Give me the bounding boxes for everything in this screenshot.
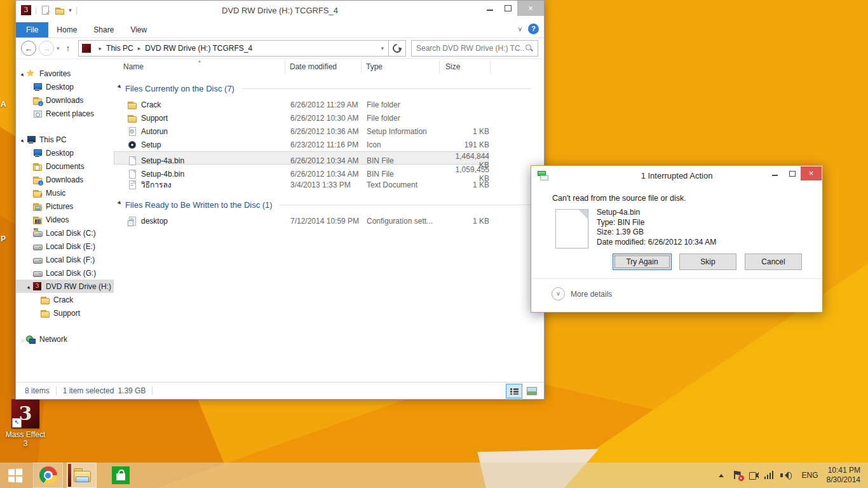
sidebar-item-crack[interactable]: Crack	[16, 293, 114, 306]
sidebar-item-support[interactable]: Support	[16, 306, 114, 320]
breadcrumb-current[interactable]: DVD RW Drive (H:) TCGRFS_4	[145, 44, 252, 53]
sidebar-item-network[interactable]: Network	[16, 332, 114, 346]
file-date-modified: 6/26/2012 10:34 AM	[290, 170, 367, 179]
column-header-size[interactable]: Size	[445, 62, 460, 71]
sidebar-item-music[interactable]: Music	[16, 186, 114, 200]
address-bar[interactable]: ▸ This PC ▸ DVD RW Drive (H:) TCGRFS_4 ▾	[78, 40, 389, 57]
desktop-shortcut-mass-effect-3[interactable]: 3 ↖ Mass Effect 3	[3, 399, 48, 448]
monitor-icon	[32, 82, 43, 92]
dialog-maximize-button[interactable]	[783, 166, 801, 180]
sidebar-item-local-disk-e[interactable]: Local Disk (E:)	[16, 240, 114, 253]
taskbar-file-explorer[interactable]	[67, 463, 97, 488]
language-indicator[interactable]: ENG	[802, 471, 818, 480]
taskbar-store[interactable]	[105, 463, 135, 488]
dialog-close-button[interactable]: ×	[801, 166, 822, 180]
file-size: 1 KB	[446, 180, 489, 189]
expand-ribbon-chevron-icon[interactable]: ∨	[518, 25, 522, 32]
sidebar-item-downloads[interactable]: Downloads	[16, 93, 114, 107]
sidebar-item-desktop[interactable]: Desktop	[16, 146, 114, 159]
sidebar-item-label: Favorites	[39, 69, 71, 78]
sidebar-item-label: Videos	[46, 215, 69, 224]
file-row-crack[interactable]: Crack6/26/2012 11:29 AMFile folder	[114, 98, 489, 111]
address-dropdown-chevron-icon[interactable]: ▾	[381, 45, 384, 51]
sidebar-item-pictures[interactable]: Pictures	[16, 200, 114, 213]
expander-icon[interactable]	[20, 69, 26, 78]
new-folder-icon[interactable]	[55, 5, 65, 15]
tab-view[interactable]: View	[122, 22, 155, 37]
sidebar-item-videos[interactable]: Videos	[16, 213, 114, 226]
navigation-toolbar: ← → ▾ ↑ ▸ This PC ▸ DVD RW Drive (H:) TC…	[16, 38, 544, 59]
dialog-minimize-button[interactable]	[766, 166, 783, 180]
sidebar-item-local-disk-c[interactable]: Local Disk (C:)	[16, 226, 114, 240]
tab-file[interactable]: File	[16, 22, 48, 37]
forward-button[interactable]: →	[39, 41, 54, 56]
minimize-button[interactable]	[480, 1, 499, 16]
file-date-modified: 6/26/2012 11:29 AM	[290, 100, 367, 109]
tab-home[interactable]: Home	[48, 22, 85, 37]
status-bar: 8 items 1 item selected 1.39 GB	[16, 382, 544, 399]
group-collapse-triangle-icon[interactable]: ▶	[117, 200, 126, 209]
sidebar-item-local-disk-f[interactable]: Local Disk (F:)	[16, 253, 114, 266]
file-row-setup[interactable]: Setup6/23/2012 11:16 PMIcon191 KB	[114, 138, 489, 151]
file-row-support[interactable]: Support6/26/2012 10:30 AMFile folder	[114, 111, 489, 125]
network-signal-icon[interactable]	[764, 470, 775, 480]
volume-icon[interactable]	[780, 470, 793, 480]
close-button[interactable]: ×	[517, 1, 544, 16]
expander-icon[interactable]	[20, 135, 26, 144]
file-row-desktop[interactable]: desktop7/12/2014 10:59 PMConfiguration s…	[114, 214, 489, 227]
file-type: Configuration sett...	[367, 217, 446, 226]
file-row-setup-4a-bin[interactable]: Setup-4a.bin6/26/2012 10:34 AMBIN File1,…	[114, 151, 489, 165]
breadcrumb-this-pc[interactable]: This PC	[106, 44, 133, 53]
sidebar-item-recent-places[interactable]: Recent places	[16, 107, 114, 120]
column-header-date-modified[interactable]: Date modified	[290, 62, 337, 71]
search-box[interactable]: Search DVD RW Drive (H:) TC...	[411, 40, 538, 57]
help-icon[interactable]: ?	[528, 24, 539, 34]
show-hidden-icons-chevron-icon[interactable]	[719, 474, 724, 477]
file-row-item[interactable]: วิธีการลง3/4/2013 1:33 PMText Document1 …	[114, 178, 489, 191]
sidebar-item-favorites[interactable]: Favorites	[16, 67, 114, 80]
up-button[interactable]: ↑	[66, 43, 71, 53]
sidebar-item-this-pc[interactable]: This PC	[16, 133, 114, 146]
cancel-button[interactable]: Cancel	[745, 254, 802, 270]
details-view-button[interactable]	[506, 384, 522, 398]
power-icon[interactable]	[749, 470, 759, 480]
properties-icon[interactable]	[41, 5, 51, 15]
maximize-button[interactable]	[499, 1, 517, 16]
clock[interactable]: 10:41 PM 8/30/2014	[827, 466, 860, 485]
try-again-button[interactable]: Try Again	[613, 254, 672, 270]
customize-qat-chevron-icon[interactable]: ▾	[69, 5, 72, 15]
sidebar-item-local-disk-g[interactable]: Local Disk (G:)	[16, 266, 114, 280]
sidebar-item-dvd-rw-drive-h-t[interactable]: DVD RW Drive (H:) T	[16, 280, 114, 293]
column-header-type[interactable]: Type	[366, 62, 383, 71]
more-details-toggle[interactable]: ∨ More details	[552, 287, 612, 301]
thumbnail-view-button[interactable]	[524, 384, 540, 398]
window-body: FavoritesDesktopDownloadsRecent placesTh…	[16, 59, 544, 383]
file-row-setup-4b-bin[interactable]: Setup-4b.bin6/26/2012 10:34 AMBIN File1,…	[114, 165, 489, 178]
quick-access-toolbar: | ▾ |	[21, 5, 78, 15]
skip-button[interactable]: Skip	[679, 254, 736, 270]
pc-icon	[26, 135, 36, 145]
sidebar-item-downloads[interactable]: Downloads	[16, 173, 114, 186]
file-name: วิธีการลง	[141, 179, 290, 191]
expander-icon[interactable]	[26, 282, 32, 291]
group-header[interactable]: ▶Files Currently on the Disc (7)	[114, 81, 537, 95]
back-button[interactable]: ←	[21, 41, 36, 56]
column-headers: Name ▲ Date modified Type Size	[114, 59, 544, 75]
taskbar: × ENG 10:41 PM 8/30/2014	[0, 463, 868, 488]
action-center-flag-icon[interactable]: ×	[733, 470, 743, 480]
column-header-name[interactable]: Name	[123, 62, 144, 71]
explorer-window: | ▾ | DVD RW Drive (H:) TCGRFS_4 × File …	[15, 0, 545, 400]
recent-locations-chevron-icon[interactable]: ▾	[57, 45, 60, 51]
group-header[interactable]: ▶Files Ready to Be Written to the Disc (…	[114, 198, 537, 212]
start-button[interactable]	[0, 463, 29, 488]
tab-share[interactable]: Share	[85, 22, 122, 37]
sidebar-item-desktop[interactable]: Desktop	[16, 80, 114, 93]
disk-icon	[32, 241, 43, 252]
expander-icon[interactable]	[20, 335, 26, 344]
file-row-autorun[interactable]: Autorun6/26/2012 10:36 AMSetup Informati…	[114, 125, 489, 138]
sidebar-item-documents[interactable]: Documents	[16, 159, 114, 173]
refresh-button[interactable]	[389, 40, 406, 57]
file-name: Crack	[141, 100, 290, 109]
group-collapse-triangle-icon[interactable]: ▶	[117, 84, 126, 93]
taskbar-chrome[interactable]	[33, 463, 63, 488]
